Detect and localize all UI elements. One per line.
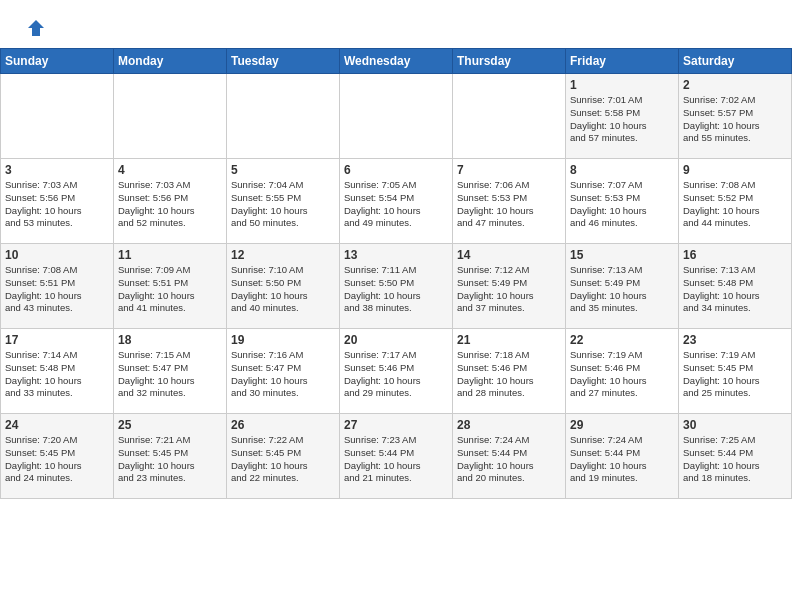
calendar-cell: 25Sunrise: 7:21 AM Sunset: 5:45 PM Dayli… — [114, 414, 227, 499]
logo-icon — [26, 18, 46, 38]
day-info: Sunrise: 7:08 AM Sunset: 5:52 PM Dayligh… — [683, 179, 787, 230]
calendar-cell: 21Sunrise: 7:18 AM Sunset: 5:46 PM Dayli… — [453, 329, 566, 414]
day-number: 3 — [5, 163, 109, 177]
calendar-cell: 23Sunrise: 7:19 AM Sunset: 5:45 PM Dayli… — [679, 329, 792, 414]
day-info: Sunrise: 7:20 AM Sunset: 5:45 PM Dayligh… — [5, 434, 109, 485]
day-number: 4 — [118, 163, 222, 177]
weekday-header-saturday: Saturday — [679, 49, 792, 74]
calendar-cell: 18Sunrise: 7:15 AM Sunset: 5:47 PM Dayli… — [114, 329, 227, 414]
calendar-cell: 14Sunrise: 7:12 AM Sunset: 5:49 PM Dayli… — [453, 244, 566, 329]
calendar-week-row: 3Sunrise: 7:03 AM Sunset: 5:56 PM Daylig… — [1, 159, 792, 244]
day-info: Sunrise: 7:05 AM Sunset: 5:54 PM Dayligh… — [344, 179, 448, 230]
day-number: 13 — [344, 248, 448, 262]
calendar-cell: 22Sunrise: 7:19 AM Sunset: 5:46 PM Dayli… — [566, 329, 679, 414]
calendar-header-row: SundayMondayTuesdayWednesdayThursdayFrid… — [1, 49, 792, 74]
calendar-cell: 7Sunrise: 7:06 AM Sunset: 5:53 PM Daylig… — [453, 159, 566, 244]
calendar-cell: 5Sunrise: 7:04 AM Sunset: 5:55 PM Daylig… — [227, 159, 340, 244]
day-number: 14 — [457, 248, 561, 262]
day-info: Sunrise: 7:22 AM Sunset: 5:45 PM Dayligh… — [231, 434, 335, 485]
day-info: Sunrise: 7:08 AM Sunset: 5:51 PM Dayligh… — [5, 264, 109, 315]
day-number: 10 — [5, 248, 109, 262]
day-info: Sunrise: 7:06 AM Sunset: 5:53 PM Dayligh… — [457, 179, 561, 230]
weekday-header-sunday: Sunday — [1, 49, 114, 74]
calendar-cell — [453, 74, 566, 159]
day-info: Sunrise: 7:18 AM Sunset: 5:46 PM Dayligh… — [457, 349, 561, 400]
day-info: Sunrise: 7:14 AM Sunset: 5:48 PM Dayligh… — [5, 349, 109, 400]
day-number: 22 — [570, 333, 674, 347]
calendar-cell: 10Sunrise: 7:08 AM Sunset: 5:51 PM Dayli… — [1, 244, 114, 329]
day-info: Sunrise: 7:19 AM Sunset: 5:46 PM Dayligh… — [570, 349, 674, 400]
day-number: 25 — [118, 418, 222, 432]
calendar-cell: 28Sunrise: 7:24 AM Sunset: 5:44 PM Dayli… — [453, 414, 566, 499]
calendar-week-row: 17Sunrise: 7:14 AM Sunset: 5:48 PM Dayli… — [1, 329, 792, 414]
day-number: 17 — [5, 333, 109, 347]
calendar-cell — [227, 74, 340, 159]
day-number: 16 — [683, 248, 787, 262]
day-info: Sunrise: 7:12 AM Sunset: 5:49 PM Dayligh… — [457, 264, 561, 315]
day-number: 19 — [231, 333, 335, 347]
day-number: 9 — [683, 163, 787, 177]
day-info: Sunrise: 7:21 AM Sunset: 5:45 PM Dayligh… — [118, 434, 222, 485]
day-number: 1 — [570, 78, 674, 92]
calendar-cell — [340, 74, 453, 159]
day-number: 15 — [570, 248, 674, 262]
day-number: 11 — [118, 248, 222, 262]
day-info: Sunrise: 7:24 AM Sunset: 5:44 PM Dayligh… — [457, 434, 561, 485]
day-number: 30 — [683, 418, 787, 432]
calendar-cell: 30Sunrise: 7:25 AM Sunset: 5:44 PM Dayli… — [679, 414, 792, 499]
day-info: Sunrise: 7:02 AM Sunset: 5:57 PM Dayligh… — [683, 94, 787, 145]
day-number: 26 — [231, 418, 335, 432]
calendar-cell: 4Sunrise: 7:03 AM Sunset: 5:56 PM Daylig… — [114, 159, 227, 244]
calendar-cell: 13Sunrise: 7:11 AM Sunset: 5:50 PM Dayli… — [340, 244, 453, 329]
calendar-cell: 19Sunrise: 7:16 AM Sunset: 5:47 PM Dayli… — [227, 329, 340, 414]
day-info: Sunrise: 7:19 AM Sunset: 5:45 PM Dayligh… — [683, 349, 787, 400]
day-info: Sunrise: 7:11 AM Sunset: 5:50 PM Dayligh… — [344, 264, 448, 315]
day-info: Sunrise: 7:13 AM Sunset: 5:48 PM Dayligh… — [683, 264, 787, 315]
weekday-header-tuesday: Tuesday — [227, 49, 340, 74]
day-info: Sunrise: 7:04 AM Sunset: 5:55 PM Dayligh… — [231, 179, 335, 230]
calendar-cell: 17Sunrise: 7:14 AM Sunset: 5:48 PM Dayli… — [1, 329, 114, 414]
calendar-cell: 16Sunrise: 7:13 AM Sunset: 5:48 PM Dayli… — [679, 244, 792, 329]
day-info: Sunrise: 7:01 AM Sunset: 5:58 PM Dayligh… — [570, 94, 674, 145]
day-number: 24 — [5, 418, 109, 432]
calendar-cell: 27Sunrise: 7:23 AM Sunset: 5:44 PM Dayli… — [340, 414, 453, 499]
logo — [24, 18, 46, 38]
calendar-cell: 6Sunrise: 7:05 AM Sunset: 5:54 PM Daylig… — [340, 159, 453, 244]
calendar-cell: 2Sunrise: 7:02 AM Sunset: 5:57 PM Daylig… — [679, 74, 792, 159]
day-number: 8 — [570, 163, 674, 177]
header — [0, 0, 792, 48]
day-number: 29 — [570, 418, 674, 432]
calendar-cell: 9Sunrise: 7:08 AM Sunset: 5:52 PM Daylig… — [679, 159, 792, 244]
day-info: Sunrise: 7:23 AM Sunset: 5:44 PM Dayligh… — [344, 434, 448, 485]
day-number: 23 — [683, 333, 787, 347]
day-info: Sunrise: 7:16 AM Sunset: 5:47 PM Dayligh… — [231, 349, 335, 400]
calendar-cell: 15Sunrise: 7:13 AM Sunset: 5:49 PM Dayli… — [566, 244, 679, 329]
day-info: Sunrise: 7:09 AM Sunset: 5:51 PM Dayligh… — [118, 264, 222, 315]
day-number: 6 — [344, 163, 448, 177]
day-info: Sunrise: 7:17 AM Sunset: 5:46 PM Dayligh… — [344, 349, 448, 400]
calendar-cell: 11Sunrise: 7:09 AM Sunset: 5:51 PM Dayli… — [114, 244, 227, 329]
calendar-cell: 20Sunrise: 7:17 AM Sunset: 5:46 PM Dayli… — [340, 329, 453, 414]
svg-marker-0 — [28, 20, 44, 36]
day-info: Sunrise: 7:15 AM Sunset: 5:47 PM Dayligh… — [118, 349, 222, 400]
day-info: Sunrise: 7:03 AM Sunset: 5:56 PM Dayligh… — [5, 179, 109, 230]
day-info: Sunrise: 7:13 AM Sunset: 5:49 PM Dayligh… — [570, 264, 674, 315]
day-info: Sunrise: 7:10 AM Sunset: 5:50 PM Dayligh… — [231, 264, 335, 315]
weekday-header-thursday: Thursday — [453, 49, 566, 74]
day-info: Sunrise: 7:25 AM Sunset: 5:44 PM Dayligh… — [683, 434, 787, 485]
calendar-week-row: 24Sunrise: 7:20 AM Sunset: 5:45 PM Dayli… — [1, 414, 792, 499]
day-number: 7 — [457, 163, 561, 177]
weekday-header-friday: Friday — [566, 49, 679, 74]
calendar-cell: 1Sunrise: 7:01 AM Sunset: 5:58 PM Daylig… — [566, 74, 679, 159]
calendar-cell: 12Sunrise: 7:10 AM Sunset: 5:50 PM Dayli… — [227, 244, 340, 329]
day-number: 18 — [118, 333, 222, 347]
calendar-cell: 24Sunrise: 7:20 AM Sunset: 5:45 PM Dayli… — [1, 414, 114, 499]
day-number: 5 — [231, 163, 335, 177]
calendar-table: SundayMondayTuesdayWednesdayThursdayFrid… — [0, 48, 792, 499]
calendar-cell: 3Sunrise: 7:03 AM Sunset: 5:56 PM Daylig… — [1, 159, 114, 244]
day-number: 2 — [683, 78, 787, 92]
weekday-header-wednesday: Wednesday — [340, 49, 453, 74]
day-number: 27 — [344, 418, 448, 432]
day-info: Sunrise: 7:07 AM Sunset: 5:53 PM Dayligh… — [570, 179, 674, 230]
calendar-cell: 8Sunrise: 7:07 AM Sunset: 5:53 PM Daylig… — [566, 159, 679, 244]
